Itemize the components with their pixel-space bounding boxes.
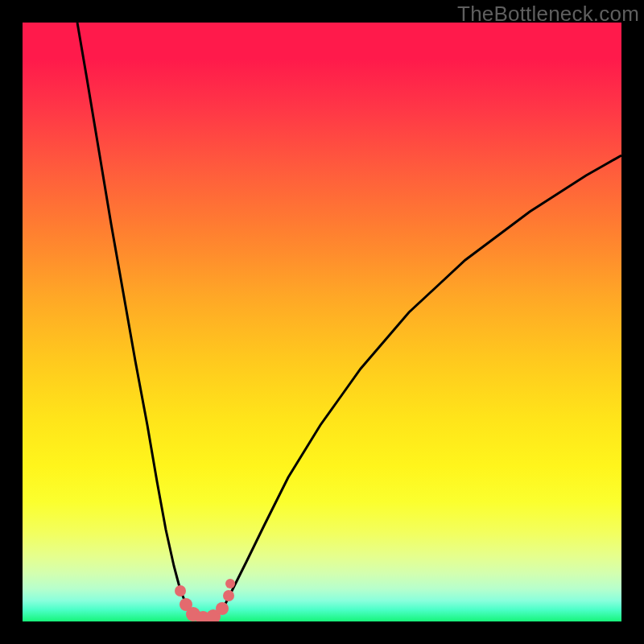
bottleneck-curve: [23, 23, 621, 621]
valley-dot: [223, 590, 234, 601]
curve-right-branch: [221, 155, 621, 612]
valley-dot: [216, 602, 229, 615]
image-root: TheBottleneck.com: [0, 0, 644, 644]
curve-left-branch: [77, 23, 191, 612]
valley-dot: [225, 579, 235, 588]
valley-dot: [175, 585, 186, 597]
valley-markers: [175, 579, 235, 621]
plot-area: [23, 23, 621, 621]
